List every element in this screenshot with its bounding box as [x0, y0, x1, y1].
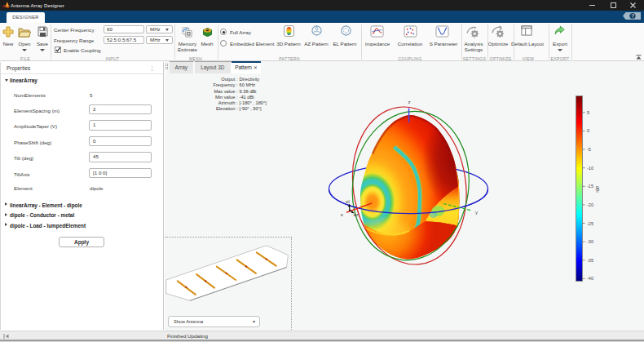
svg-text:-30: -30 — [587, 239, 593, 244]
svg-text:-5: -5 — [587, 147, 591, 152]
svg-text:-10: -10 — [587, 166, 593, 171]
svg-text:el: el — [346, 199, 349, 204]
svg-text:-25: -25 — [587, 221, 593, 226]
svg-text:-15: -15 — [587, 184, 593, 189]
svg-text:x: x — [341, 211, 344, 217]
svg-text:-35: -35 — [587, 258, 593, 263]
svg-text:az: az — [354, 212, 359, 217]
svg-text:-20: -20 — [587, 202, 593, 207]
svg-text:y: y — [475, 209, 479, 215]
svg-text:5: 5 — [587, 110, 589, 115]
svg-text:z: z — [408, 99, 410, 104]
svg-text:0: 0 — [587, 128, 589, 133]
svg-text:?: ? — [631, 13, 634, 19]
svg-text:dBi: dBi — [595, 186, 600, 193]
svg-text:-40: -40 — [587, 276, 593, 281]
